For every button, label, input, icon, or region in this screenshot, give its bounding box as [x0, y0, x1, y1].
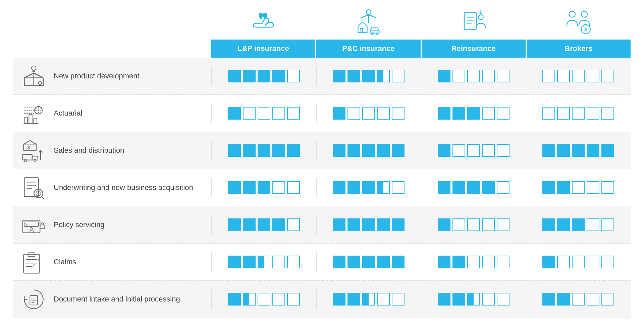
svg-line-46	[41, 196, 44, 199]
svg-point-13	[569, 11, 575, 17]
svg-point-18	[31, 66, 36, 70]
square-underwriting-re-0	[438, 181, 450, 194]
square-new-product-br-1	[557, 70, 570, 82]
squares-sales-re	[438, 144, 509, 157]
square-claims-re-1	[452, 256, 465, 268]
square-sales-pc-4	[392, 144, 405, 157]
cell-new-product-re	[421, 66, 526, 86]
cell-underwriting-br	[526, 178, 631, 197]
squares-policy-re	[438, 218, 509, 231]
square-underwriting-lp-0	[228, 181, 241, 194]
squares-policy-lp	[228, 218, 300, 231]
svg-text:$: $	[37, 258, 39, 261]
square-claims-pc-4	[392, 256, 405, 268]
square-new-product-pc-2	[362, 70, 375, 82]
row-text-sales: Sales and distribution	[54, 146, 124, 155]
square-document-re-0	[438, 293, 450, 306]
svg-point-14	[581, 11, 587, 17]
square-actuarial-lp-1	[243, 107, 256, 120]
squares-actuarial-re	[438, 107, 509, 120]
squares-document-lp	[228, 293, 300, 306]
square-sales-br-0	[542, 144, 555, 157]
col-header-re: Reinsurance	[422, 40, 527, 58]
square-claims-re-2	[467, 256, 480, 268]
square-new-product-lp-1	[243, 70, 256, 82]
squares-actuarial-pc	[333, 107, 405, 120]
cell-actuarial-re	[421, 104, 526, 123]
square-policy-lp-4	[287, 218, 300, 231]
row-claims: $ $ Claims	[13, 244, 631, 281]
col-header-lp: L&P insurance	[211, 40, 316, 58]
svg-rect-3	[360, 28, 363, 32]
svg-point-49	[30, 227, 33, 230]
square-underwriting-re-2	[467, 181, 480, 194]
square-actuarial-re-3	[482, 107, 495, 120]
svg-point-0	[366, 10, 371, 14]
square-actuarial-re-0	[438, 107, 450, 120]
cell-underwriting-lp	[211, 178, 316, 197]
square-policy-re-0	[438, 218, 450, 231]
row-document: Document intake and initial processing	[13, 281, 631, 318]
square-actuarial-pc-2	[362, 107, 375, 120]
square-claims-br-2	[572, 256, 585, 268]
squares-underwriting-lp	[228, 181, 300, 194]
square-new-product-pc-3	[377, 70, 390, 82]
col-header-pc: P&C insurance	[316, 40, 421, 58]
svg-rect-32	[34, 119, 37, 123]
row-text-actuarial: Actuarial	[54, 109, 83, 118]
svg-rect-31	[29, 115, 32, 123]
square-actuarial-pc-3	[377, 107, 390, 120]
square-document-re-1	[452, 293, 465, 306]
row-text-new-product: New product development	[54, 71, 140, 81]
svg-rect-30	[24, 117, 27, 123]
square-new-product-pc-4	[392, 70, 405, 82]
square-sales-lp-1	[243, 144, 256, 157]
square-underwriting-lp-2	[258, 181, 270, 194]
svg-rect-40	[24, 178, 38, 196]
square-sales-pc-0	[333, 144, 345, 157]
square-policy-pc-2	[362, 218, 375, 231]
square-claims-re-0	[438, 256, 450, 268]
square-actuarial-lp-3	[272, 107, 285, 120]
cell-sales-re	[421, 141, 526, 160]
rows-container: New product development Actuarial $	[13, 58, 631, 318]
square-sales-re-1	[452, 144, 465, 157]
square-policy-lp-1	[243, 218, 256, 231]
row-label-document: Document intake and initial processing	[13, 281, 211, 318]
square-document-lp-1	[243, 293, 256, 306]
square-claims-br-4	[601, 256, 614, 268]
square-underwriting-pc-0	[333, 181, 345, 194]
square-claims-lp-3	[272, 256, 285, 268]
svg-text:$: $	[33, 263, 35, 266]
cell-claims-lp	[211, 252, 316, 272]
row-label-claims: $ $ Claims	[13, 244, 211, 280]
claims-icon: $ $	[20, 249, 47, 275]
square-underwriting-lp-4	[287, 181, 300, 194]
squares-document-br	[542, 293, 614, 306]
cell-underwriting-pc	[316, 178, 421, 197]
row-label-actuarial: Actuarial	[13, 95, 211, 132]
square-document-br-0	[542, 293, 555, 306]
row-policy: $ Policy servicing	[13, 206, 631, 244]
re-header-icon-cell	[421, 7, 526, 40]
cell-new-product-pc	[316, 66, 421, 86]
pc-header-icon-cell	[316, 7, 421, 40]
svg-rect-7	[464, 13, 476, 29]
document-icon	[20, 286, 47, 313]
squares-policy-pc	[333, 218, 405, 231]
square-policy-pc-4	[392, 218, 405, 231]
square-underwriting-lp-3	[272, 181, 285, 194]
square-document-lp-2	[258, 293, 270, 306]
squares-sales-pc	[333, 144, 405, 157]
square-claims-pc-1	[347, 256, 360, 268]
cell-document-lp	[211, 289, 316, 309]
square-claims-pc-2	[362, 256, 375, 268]
main-container: $ L&P insurance P&C insurance Reinsuranc…	[0, 0, 644, 325]
squares-underwriting-pc	[333, 181, 405, 194]
cell-actuarial-pc	[316, 104, 421, 123]
square-document-br-2	[572, 293, 585, 306]
cell-policy-pc	[316, 215, 421, 234]
row-new-product: New product development	[13, 58, 631, 95]
square-underwriting-br-0	[542, 181, 555, 194]
cell-policy-lp	[211, 215, 316, 234]
